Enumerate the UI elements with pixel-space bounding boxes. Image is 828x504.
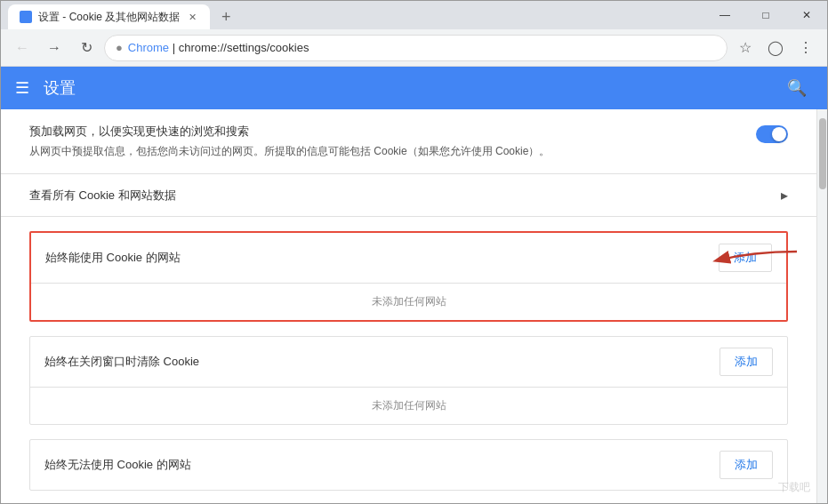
secure-icon: ●: [116, 41, 123, 54]
always-allow-title: 始终能使用 Cookie 的网站: [45, 250, 719, 266]
maximize-button[interactable]: □: [745, 1, 786, 29]
scrollbar-thumb[interactable]: [819, 118, 826, 189]
clear-on-exit-title: 始终在关闭窗口时清除 Cookie: [44, 354, 719, 370]
back-button[interactable]: ←: [8, 34, 36, 62]
main-area: 预加载网页，以便实现更快速的浏览和搜索 从网页中预提取信息，包括您尚未访问过的网…: [1, 109, 827, 503]
preload-row: 预加载网页，以便实现更快速的浏览和搜索 从网页中预提取信息，包括您尚未访问过的网…: [29, 124, 788, 159]
always-allow-header: 始终能使用 Cookie 的网站 添加: [31, 233, 786, 284]
preload-title: 预加载网页，以便实现更快速的浏览和搜索: [29, 124, 742, 140]
always-block-header: 始终无法使用 Cookie 的网站 添加: [30, 440, 787, 490]
tab-favicon-icon: [19, 10, 33, 24]
close-button[interactable]: ✕: [786, 1, 827, 29]
forward-button[interactable]: →: [40, 34, 68, 62]
browser-window: 设置 - Cookie 及其他网站数据 ✕ + — □ ✕ ← → ↻ ● Ch…: [0, 0, 828, 504]
hamburger-icon[interactable]: ☰: [15, 78, 29, 98]
preload-text: 预加载网页，以便实现更快速的浏览和搜索 从网页中预提取信息，包括您尚未访问过的网…: [29, 124, 742, 159]
always-block-title: 始终无法使用 Cookie 的网站: [44, 457, 719, 473]
toolbar-right: ☆ ◯ ⋮: [731, 34, 820, 62]
clear-on-exit-add-button[interactable]: 添加: [719, 348, 773, 376]
preload-toggle[interactable]: [756, 125, 788, 143]
clear-on-exit-header: 始终在关闭窗口时清除 Cookie 添加: [30, 337, 787, 388]
view-cookies-arrow-icon: ▸: [781, 187, 788, 204]
settings-content: 预加载网页，以便实现更快速的浏览和搜索 从网页中预提取信息，包括您尚未访问过的网…: [1, 109, 816, 503]
active-tab[interactable]: 设置 - Cookie 及其他网站数据 ✕: [8, 4, 210, 29]
scrollbar-track[interactable]: [816, 109, 827, 503]
annotation-arrow: [681, 238, 797, 283]
tab-close-button[interactable]: ✕: [185, 10, 199, 24]
always-allow-empty: 未添加任何网站: [45, 294, 772, 309]
always-allow-section: 始终能使用 Cookie 的网站 添加 未添加任何网站: [29, 231, 788, 322]
always-block-section: 始终无法使用 Cookie 的网站 添加: [29, 439, 788, 491]
bookmark-button[interactable]: ☆: [731, 34, 760, 62]
search-button[interactable]: 🔍: [781, 72, 813, 104]
tab-strip: 设置 - Cookie 及其他网站数据 ✕ +: [1, 1, 704, 29]
preload-desc: 从网页中预提取信息，包括您尚未访问过的网页。所提取的信息可能包括 Cookie（…: [29, 143, 742, 159]
tab-title: 设置 - Cookie 及其他网站数据: [38, 10, 180, 25]
preload-section: 预加载网页，以便实现更快速的浏览和搜索 从网页中预提取信息，包括您尚未访问过的网…: [1, 109, 816, 174]
titlebar: 设置 - Cookie 及其他网站数据 ✕ + — □ ✕: [1, 1, 827, 29]
toggle-thumb: [772, 127, 786, 141]
reload-button[interactable]: ↻: [72, 34, 100, 62]
profile-button[interactable]: ◯: [761, 34, 790, 62]
app-title: 设置: [44, 77, 76, 99]
new-tab-button[interactable]: +: [213, 4, 238, 29]
menu-button[interactable]: ⋮: [792, 34, 820, 62]
omnibox-content: Chrome | chrome://settings/cookies: [128, 41, 716, 54]
window-controls: — □ ✕: [704, 1, 827, 29]
clear-on-exit-section: 始终在关闭窗口时清除 Cookie 添加 未添加任何网站: [29, 336, 788, 425]
app-header: ☰ 设置 🔍: [1, 67, 827, 109]
watermark: 下载吧: [778, 480, 810, 495]
always-block-add-button[interactable]: 添加: [719, 451, 773, 479]
always-allow-body: 未添加任何网站: [31, 284, 786, 320]
omnibox[interactable]: ● Chrome | chrome://settings/cookies: [104, 35, 728, 61]
preload-toggle-wrapper: [756, 124, 788, 143]
clear-on-exit-body: 未添加任何网站: [30, 388, 787, 424]
addressbar: ← → ↻ ● Chrome | chrome://settings/cooki…: [1, 29, 827, 67]
view-cookies-row[interactable]: 查看所有 Cookie 和网站数据 ▸: [1, 174, 816, 217]
clear-on-exit-empty: 未添加任何网站: [44, 398, 773, 413]
minimize-button[interactable]: —: [704, 1, 745, 29]
view-cookies-label: 查看所有 Cookie 和网站数据: [29, 188, 781, 204]
